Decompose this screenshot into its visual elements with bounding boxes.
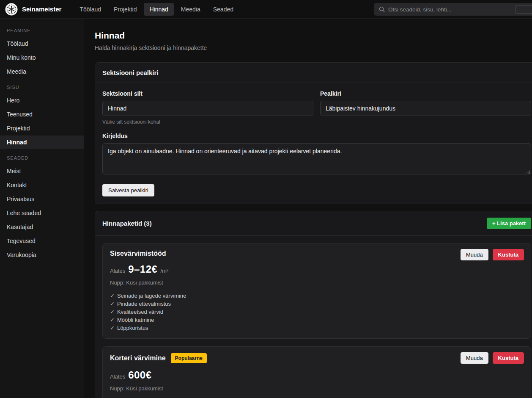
sidebar-item-privaatsus[interactable]: Privaatsus xyxy=(0,192,84,206)
section-heading-card: Sektsiooni pealkiri Sektsiooni silt Väik… xyxy=(95,62,532,204)
packages-list: SisevärvimistöödAlates9–12€/m²Nupp: Küsi… xyxy=(95,236,532,398)
sidebar-item-kontakt[interactable]: Kontakt xyxy=(0,178,84,192)
sidebar-item-meist[interactable]: Meist xyxy=(0,164,84,178)
sidebar-item-varukoopia[interactable]: Varukoopia xyxy=(0,248,84,262)
sidebar-item-lehe-seaded[interactable]: Lehe seaded xyxy=(0,206,84,220)
sidebar: PeamineTöölaudMinu kontoMeediaSisuHeroTe… xyxy=(0,19,84,398)
nav-item-projektid[interactable]: Projektid xyxy=(108,3,142,16)
nav-item-hinnad[interactable]: Hinnad xyxy=(144,3,173,16)
search-input[interactable] xyxy=(388,6,515,13)
package-name: Sisevärvimistööd xyxy=(110,250,166,257)
section-title-field-group: Pealkiri xyxy=(320,90,531,125)
section-label-field-group: Sektsiooni silt Väike silt sektsiooni ko… xyxy=(102,90,313,125)
package-name: Korteri värvimine xyxy=(110,354,166,362)
price-value: 600€ xyxy=(128,369,151,381)
package-price-row: Alates600€ xyxy=(110,369,524,381)
brand-name: Seinameister xyxy=(22,6,61,13)
sidebar-section-seaded: Seaded xyxy=(0,149,84,164)
main-content: Hinnad Halda hinnakirja sektsiooni ja hi… xyxy=(84,19,532,398)
popular-badge: Populaarne xyxy=(171,353,207,363)
package-feature-item: ✓Seinade ja lagede värvimine xyxy=(110,292,524,300)
package-feature-item: ✓Lõppkoristus xyxy=(110,324,524,332)
edit-package-button[interactable]: Muuda xyxy=(461,249,488,260)
packages-card: Hinnapaketid (3) + Lisa pakett Sisevärvi… xyxy=(95,211,532,398)
packages-card-title: Hinnapaketid (3) xyxy=(102,220,152,227)
package-feature-item: ✓Kvaliteetsed värvid xyxy=(110,308,524,316)
nav-item-toolaud[interactable]: Töölaud xyxy=(74,3,107,16)
check-icon: ✓ xyxy=(110,325,115,331)
description-textarea[interactable]: Iga objekt on ainulaadne. Hinnad on orie… xyxy=(102,143,531,174)
nav-item-meedia[interactable]: Meedia xyxy=(176,3,206,16)
sidebar-item-kasutajad[interactable]: Kasutajad xyxy=(0,220,84,234)
package-feature-item: ✓Pindade ettevalmistus xyxy=(110,300,524,308)
delete-package-button[interactable]: Kustuta xyxy=(493,249,524,260)
global-search[interactable] xyxy=(374,3,532,16)
sidebar-item-meedia[interactable]: Meedia xyxy=(0,65,84,78)
sidebar-item-minu-konto[interactable]: Minu konto xyxy=(0,51,84,64)
sidebar-item-teenused[interactable]: Teenused xyxy=(0,108,84,121)
search-icon xyxy=(379,6,385,12)
page-subtitle: Halda hinnakirja sektsiooni ja hinnapake… xyxy=(95,44,532,51)
package-feature-item: ✓Mööbli katmine xyxy=(110,316,524,324)
section-card-title: Sektsiooni pealkiri xyxy=(95,63,532,83)
section-label-input[interactable] xyxy=(102,101,313,116)
section-title-field-label: Pealkiri xyxy=(320,90,531,97)
sidebar-item-toolaud[interactable]: Töölaud xyxy=(0,37,84,50)
edit-package-button[interactable]: Muuda xyxy=(461,352,488,364)
sidebar-section-peamine: Peamine xyxy=(0,22,84,36)
sidebar-item-hero[interactable]: Hero xyxy=(0,94,84,107)
description-field-label: Kirjeldus xyxy=(102,133,531,139)
sidebar-item-hinnad[interactable]: Hinnad xyxy=(0,135,84,149)
section-label-field-label: Sektsiooni silt xyxy=(102,90,313,97)
topbar-nav: TöölaudProjektidHinnadMeediaSeaded xyxy=(74,3,239,16)
package-card-sisevarvimistood: SisevärvimistöödAlates9–12€/m²Nupp: Küsi… xyxy=(102,243,531,339)
package-actions: MuudaKustuta xyxy=(461,352,524,364)
sidebar-section-sisu: Sisu xyxy=(0,79,84,93)
section-label-helper: Väike silt sektsiooni kohal xyxy=(102,119,313,125)
add-package-button[interactable]: + Lisa pakett xyxy=(487,218,531,229)
brand-logo-icon xyxy=(5,3,18,16)
check-icon: ✓ xyxy=(110,317,115,323)
price-prefix: Alates xyxy=(110,373,125,380)
package-price-row: Alates9–12€/m² xyxy=(110,263,524,275)
price-suffix: /m² xyxy=(160,268,168,274)
sidebar-item-tegevused[interactable]: Tegevused xyxy=(0,234,84,248)
price-value: 9–12€ xyxy=(128,263,157,275)
package-cta-note: Nupp: Küsi pakkumist xyxy=(110,279,524,286)
section-title-input[interactable] xyxy=(320,101,531,116)
description-field-group: Kirjeldus Iga objekt on ainulaadne. Hinn… xyxy=(102,133,531,176)
page-title: Hinnad xyxy=(95,30,532,41)
check-icon: ✓ xyxy=(110,293,115,299)
package-features: ✓Seinade ja lagede värvimine✓Pindade ett… xyxy=(110,292,524,332)
sidebar-item-projektid[interactable]: Projektid xyxy=(0,122,84,135)
package-card-korteri-varvimine: Korteri värviminePopulaarneAlates600€Nup… xyxy=(102,346,531,398)
delete-package-button[interactable]: Kustuta xyxy=(493,352,524,364)
search-shortcut-badge xyxy=(515,5,532,14)
check-icon: ✓ xyxy=(110,301,115,307)
check-icon: ✓ xyxy=(110,309,115,315)
save-heading-button[interactable]: Salvesta pealkiri xyxy=(102,184,154,196)
package-actions: MuudaKustuta xyxy=(461,249,524,260)
nav-item-seaded[interactable]: Seaded xyxy=(208,3,239,16)
topbar: Seinameister TöölaudProjektidHinnadMeedi… xyxy=(0,0,532,19)
package-cta-note: Nupp: Küsi pakkumist xyxy=(110,385,524,392)
price-prefix: Alates xyxy=(110,268,125,274)
